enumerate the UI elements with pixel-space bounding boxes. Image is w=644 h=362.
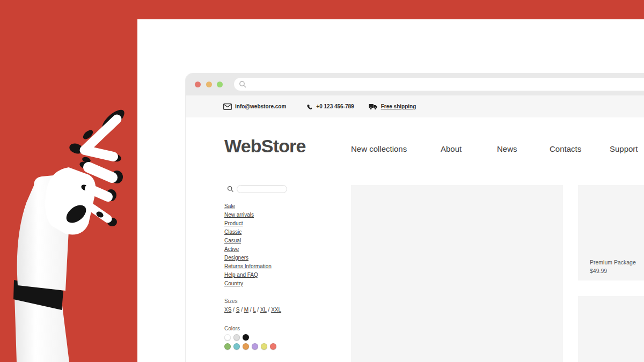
browser-window: info@webstore.com +0 123 456-789 Free sh…	[185, 73, 644, 362]
product-name: Premium Package	[590, 258, 636, 267]
nav-item-contacts[interactable]: Contacts	[550, 144, 581, 153]
browser-titlebar	[186, 73, 644, 95]
nav-item-support[interactable]: Support	[610, 144, 638, 153]
nav-item-about[interactable]: About	[441, 144, 462, 153]
sidebar-link-designers[interactable]: Designers	[224, 254, 272, 262]
separator: /	[256, 307, 260, 313]
sidebar-link-classic[interactable]: Classic	[224, 228, 272, 237]
sidebar-link-help-and-faq[interactable]: Help and FAQ	[224, 271, 272, 279]
truck-icon	[369, 104, 378, 110]
sidebar-link-active[interactable]: Active	[224, 245, 272, 254]
color-swatch-ffffff[interactable]	[224, 334, 231, 341]
color-swatch-e59c51[interactable]	[243, 343, 249, 350]
color-swatches-row2	[224, 343, 276, 350]
address-input[interactable]	[250, 78, 641, 92]
nav-item-news[interactable]: News	[497, 144, 517, 153]
email-text: info@webstore.com	[235, 104, 286, 109]
size-link-m[interactable]: M	[244, 307, 248, 313]
sidebar-link-product[interactable]: Product	[224, 219, 272, 228]
separator: /	[239, 307, 244, 313]
product-card[interactable]: Premium Package $49.99	[578, 185, 644, 280]
envelope-icon	[223, 104, 232, 110]
product-card-placeholder[interactable]	[578, 296, 644, 362]
contact-phone: +0 123 456-789	[306, 104, 354, 110]
sidebar-link-returns-information[interactable]: Returns Information	[224, 262, 272, 271]
color-swatch-ee776b[interactable]	[270, 343, 276, 350]
size-link-xl[interactable]: XL	[260, 307, 267, 313]
contact-email: info@webstore.com	[223, 104, 286, 110]
color-swatch-151515[interactable]	[243, 334, 249, 341]
sidebar-link-sale[interactable]: Sale	[224, 202, 272, 211]
logo[interactable]: WebStore	[224, 136, 306, 157]
sidebar-links: SaleNew arrivalsProductClassicCasualActi…	[224, 202, 272, 288]
size-link-xxl[interactable]: XXL	[271, 307, 281, 313]
address-bar[interactable]	[234, 78, 644, 91]
robot-hand-illustration	[13, 107, 137, 362]
sidebar-search-icon	[227, 186, 233, 192]
free-shipping: Free shipping	[369, 104, 416, 110]
size-link-xs[interactable]: XS	[224, 307, 231, 313]
nav-item-new-collections[interactable]: New collections	[351, 144, 407, 153]
color-swatch-e3df76[interactable]	[261, 343, 267, 350]
main-product-placeholder	[351, 185, 563, 362]
separator: /	[231, 307, 236, 313]
color-swatch-8cbc68[interactable]	[224, 343, 231, 350]
sidebar-link-country[interactable]: Country	[224, 279, 272, 288]
search-icon	[239, 80, 246, 88]
sizes-label: Sizes	[224, 298, 237, 304]
separator: /	[267, 307, 271, 313]
color-swatches-row1	[224, 334, 249, 341]
product-price: $49.99	[590, 267, 636, 275]
color-swatch-dedede[interactable]	[233, 334, 240, 341]
sidebar-link-casual[interactable]: Casual	[224, 237, 272, 245]
phone-icon	[306, 104, 313, 110]
phone-text: +0 123 456-789	[316, 104, 354, 109]
window-minimize-button[interactable]	[206, 82, 212, 87]
free-shipping-link[interactable]: Free shipping	[381, 104, 416, 109]
color-swatch-77c5cb[interactable]	[233, 343, 240, 350]
sidebar-search-input[interactable]	[237, 185, 287, 193]
info-bar: info@webstore.com +0 123 456-789 Free sh…	[186, 95, 644, 117]
colors-label: Colors	[224, 326, 240, 331]
color-swatch-b89ce0[interactable]	[252, 343, 258, 350]
window-close-button[interactable]	[195, 82, 201, 87]
sidebar-link-new-arrivals[interactable]: New arrivals	[224, 211, 272, 219]
sizes-row: XS / S / M / L / XL / XXL	[224, 307, 281, 313]
window-maximize-button[interactable]	[217, 82, 223, 87]
